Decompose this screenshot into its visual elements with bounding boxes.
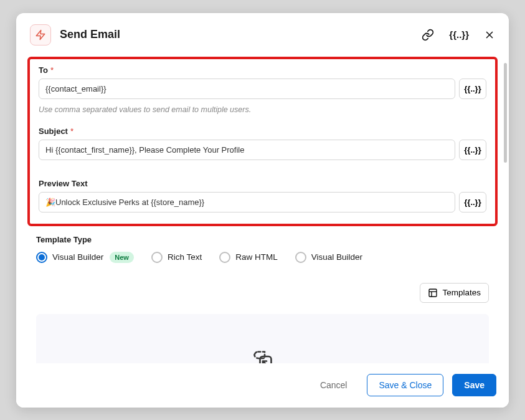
header-actions: {{..}} [422, 29, 495, 41]
subject-field-group: Subject* {{..}} [39, 126, 486, 160]
subject-label: Subject* [39, 126, 486, 136]
radio-icon [219, 252, 230, 263]
link-icon[interactable] [422, 29, 434, 41]
preview-input[interactable] [39, 192, 455, 212]
radio-rich-text[interactable]: Rich Text [151, 252, 202, 263]
token-icon[interactable]: {{..}} [449, 29, 469, 40]
to-help-text: Use comma separated values to send email… [39, 105, 486, 114]
required-asterisk: * [50, 65, 54, 75]
subject-token-button[interactable]: {{..}} [459, 140, 486, 160]
to-label: To* [39, 65, 486, 75]
subject-input[interactable] [39, 140, 455, 160]
templates-button-label: Templates [442, 288, 481, 297]
preview-token-button[interactable]: {{..}} [459, 192, 486, 212]
svg-marker-0 [36, 30, 45, 39]
template-type-label: Template Type [36, 235, 489, 244]
svg-rect-3 [429, 289, 437, 297]
modal-title: Send Email [60, 28, 413, 41]
preview-field-group: Preview Text {{..}} [39, 179, 486, 212]
modal-body: To* {{..}} Use comma separated values to… [16, 57, 509, 363]
template-type-radio-row: Visual Builder New Rich Text Raw HTML Vi… [36, 252, 489, 263]
modal-footer: Cancel Save & Close Save [16, 363, 509, 408]
send-email-modal: Send Email {{..}} To* {{..}} Use [16, 13, 509, 408]
radio-visual-builder[interactable]: Visual Builder [295, 252, 362, 263]
to-field-group: To* {{..}} Use comma separated values to… [39, 65, 486, 114]
builder-canvas[interactable] [36, 314, 489, 363]
radio-label: Visual Builder [52, 252, 103, 262]
cancel-button[interactable]: Cancel [309, 375, 359, 396]
save-button[interactable]: Save [452, 374, 496, 396]
radio-icon [295, 252, 306, 263]
radio-label: Raw HTML [235, 252, 278, 262]
to-input[interactable] [39, 79, 455, 99]
radio-label: Visual Builder [311, 252, 362, 262]
required-asterisk: * [70, 126, 73, 136]
to-label-text: To [39, 65, 48, 75]
preview-label: Preview Text [39, 179, 486, 188]
template-grid-icon [428, 288, 438, 298]
close-icon[interactable] [484, 29, 495, 41]
highlighted-form-area: To* {{..}} Use comma separated values to… [27, 57, 498, 226]
subject-label-text: Subject [39, 126, 68, 136]
svg-rect-6 [260, 356, 271, 363]
radio-icon [36, 252, 47, 263]
to-token-button[interactable]: {{..}} [459, 79, 486, 99]
new-badge: New [110, 252, 134, 263]
radio-icon [151, 252, 163, 263]
radio-label: Rich Text [168, 252, 202, 262]
save-close-button[interactable]: Save & Close [367, 374, 443, 396]
templates-button[interactable]: Templates [420, 283, 489, 303]
bolt-icon [30, 24, 51, 45]
modal-header: Send Email {{..}} [16, 13, 509, 57]
radio-visual-builder-new[interactable]: Visual Builder New [36, 252, 134, 263]
radio-raw-html[interactable]: Raw HTML [219, 252, 278, 263]
templates-button-row: Templates [27, 263, 498, 309]
template-type-section: Template Type Visual Builder New Rich Te… [27, 231, 498, 263]
drop-area-icon [252, 349, 274, 363]
